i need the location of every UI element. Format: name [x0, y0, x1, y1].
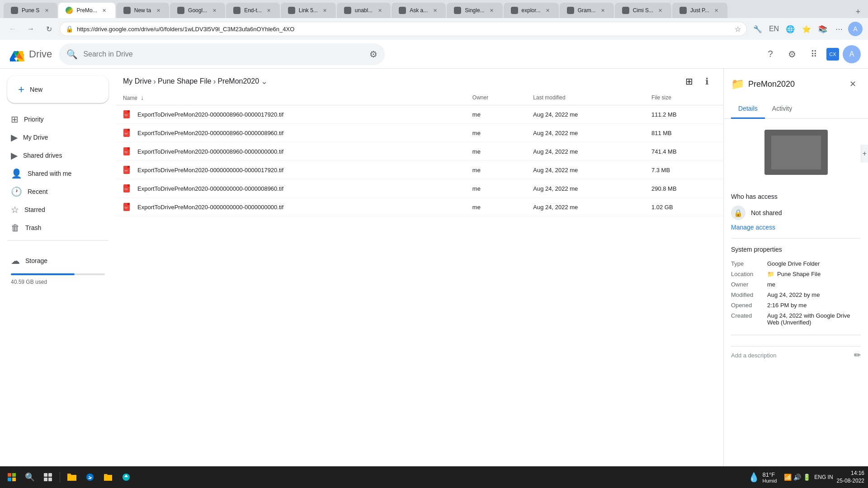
browser-tab-t10[interactable]: explor... ✕	[504, 3, 559, 18]
taskbar-file-explorer[interactable]	[64, 469, 80, 485]
favorites-button[interactable]: 📚	[816, 22, 830, 36]
search-bar[interactable]: 🔍 ⚙	[59, 43, 385, 65]
browser-tab-t7[interactable]: unabl... ✕	[337, 3, 391, 18]
taskbar-language[interactable]: ENG IN	[814, 474, 833, 480]
network-icon[interactable]: 📶	[784, 474, 792, 481]
user-avatar[interactable]: A	[843, 45, 861, 63]
tab-close[interactable]: ✕	[211, 7, 218, 14]
tab-close[interactable]: ✕	[599, 7, 607, 14]
svg-rect-22	[12, 473, 16, 477]
column-file-size[interactable]: File size	[644, 90, 723, 105]
tab-label: Pune S	[22, 7, 39, 14]
table-row[interactable]: TIF ExportToDrivePreMon2020-0000008960-0…	[116, 124, 723, 142]
sidebar-item-starred[interactable]: ☆ Starred	[0, 201, 108, 219]
back-button[interactable]: ←	[5, 22, 20, 36]
sidebar-item-storage[interactable]: ☁ Storage	[11, 252, 105, 270]
taskbar-folder[interactable]	[100, 469, 116, 485]
reload-button[interactable]: ↻	[42, 22, 56, 36]
battery-icon[interactable]: 🔋	[803, 474, 811, 481]
details-close-button[interactable]: ✕	[844, 76, 861, 92]
taskbar-edge[interactable]	[82, 469, 98, 485]
volume-icon[interactable]: 🔊	[793, 474, 801, 481]
start-button[interactable]	[4, 469, 20, 485]
breadcrumb-current: PreMon2020	[217, 77, 259, 85]
browser-profile[interactable]: A	[848, 22, 863, 36]
table-row[interactable]: TIF ExportToDrivePreMon2020-0000000000-0…	[116, 161, 723, 179]
column-name[interactable]: Name ↓	[116, 90, 465, 105]
folder-thumb-image	[764, 130, 828, 175]
tab-close[interactable]: ✕	[431, 7, 439, 14]
taskbar-clock[interactable]: 14:16 25-08-2022	[837, 469, 864, 485]
apps-button[interactable]: ⠿	[805, 45, 823, 63]
sidebar-item-priority[interactable]: ⊞ Priority	[0, 110, 108, 128]
taskbar-task-view[interactable]	[40, 469, 56, 485]
column-owner[interactable]: Owner	[465, 90, 526, 105]
tab-label: Cimi S...	[633, 7, 653, 14]
sidebar-item-my-drive[interactable]: ▶ My Drive	[0, 128, 108, 146]
table-row[interactable]: TIF ExportToDrivePreMon2020-0000008960-0…	[116, 105, 723, 124]
add-button[interactable]: +	[861, 145, 868, 163]
edit-description-button[interactable]: ✏	[854, 350, 861, 360]
breadcrumb-dropdown-icon[interactable]: ⌄	[261, 76, 268, 86]
file-name: ExportToDrivePreMon2020-0000008960-00000…	[137, 111, 283, 118]
tab-close[interactable]: ✕	[657, 7, 664, 14]
tab-activity[interactable]: Activity	[765, 99, 799, 119]
breadcrumb-pune-shape-file[interactable]: Pune Shape File	[158, 77, 211, 85]
star-icon[interactable]: ☆	[735, 25, 741, 33]
forward-button[interactable]: →	[24, 22, 38, 36]
sidebar-divider	[7, 240, 108, 241]
browser-tab-t5[interactable]: End-t... ✕	[226, 3, 280, 18]
tab-details[interactable]: Details	[731, 99, 765, 119]
browser-tab-t2[interactable]: PreMo... ✕	[58, 3, 115, 18]
settings-button[interactable]: ⚙	[783, 45, 801, 63]
taskbar-search-button[interactable]: 🔍	[22, 469, 38, 485]
file-size: 741.4 MB	[644, 142, 723, 161]
browser-tab-t8[interactable]: Ask a... ✕	[392, 3, 446, 18]
sidebar-item-recent[interactable]: 🕐 Recent	[0, 183, 108, 201]
bookmarks-button[interactable]: ⭐	[799, 22, 814, 36]
extensions-button[interactable]: 🔧	[750, 22, 765, 36]
tab-close[interactable]: ✕	[43, 7, 50, 14]
browser-tab-t11[interactable]: Gram... ✕	[560, 3, 614, 18]
tab-close[interactable]: ✕	[321, 7, 329, 14]
column-last-modified[interactable]: Last modified	[526, 90, 644, 105]
browser-tab-t4[interactable]: Googl... ✕	[170, 3, 225, 18]
table-row[interactable]: TIF ExportToDrivePreMon2020-0000000000-0…	[116, 198, 723, 216]
browser-tab-t13[interactable]: Just P... ✕	[672, 3, 727, 18]
browser-tab-t6[interactable]: Link 5... ✕	[281, 3, 336, 18]
tab-close[interactable]: ✕	[544, 7, 552, 14]
sidebar-item-shared-with-me[interactable]: 👤 Shared with me	[0, 164, 108, 183]
tab-close[interactable]: ✕	[713, 7, 720, 14]
table-row[interactable]: TIF ExportToDrivePreMon2020-0000008960-0…	[116, 142, 723, 161]
menu-button[interactable]: ⋯	[832, 22, 846, 36]
taskbar-other-app[interactable]	[118, 469, 134, 485]
grid-view-button[interactable]: ⊞	[680, 72, 698, 90]
new-tab-button[interactable]: +	[852, 5, 864, 18]
property-owner: Owner me	[731, 279, 861, 290]
table-row[interactable]: TIF ExportToDrivePreMon2020-0000000000-0…	[116, 179, 723, 198]
search-input[interactable]	[83, 50, 364, 58]
browser-tab-t1[interactable]: Pune S ✕	[4, 3, 57, 18]
browser-tab-t12[interactable]: Cimi S... ✕	[615, 3, 671, 18]
new-button[interactable]: + New	[7, 76, 108, 103]
drive-logo[interactable]: Drive	[7, 45, 52, 63]
browser-tab-t9[interactable]: Single... ✕	[447, 3, 502, 18]
tab-close[interactable]: ✕	[376, 7, 383, 14]
file-name: ExportToDrivePreMon2020-0000000000-00000…	[137, 185, 283, 192]
breadcrumb-my-drive[interactable]: My Drive	[123, 77, 151, 85]
profiles-button[interactable]: EN	[767, 22, 781, 36]
translate-button[interactable]: 🌐	[783, 22, 797, 36]
svg-rect-23	[8, 478, 11, 481]
info-button[interactable]: ℹ	[698, 72, 716, 90]
tab-close[interactable]: ✕	[101, 7, 108, 14]
manage-access-link[interactable]: Manage access	[731, 224, 861, 231]
tab-close[interactable]: ✕	[488, 7, 495, 14]
tab-close[interactable]: ✕	[155, 7, 162, 14]
address-bar[interactable]: 🔒 https://drive.google.com/drive/u/0/fol…	[60, 22, 747, 36]
sidebar-item-shared-drives[interactable]: ▶ Shared drives	[0, 146, 108, 164]
search-filter-icon[interactable]: ⚙	[369, 49, 377, 60]
help-button[interactable]: ?	[761, 45, 779, 63]
browser-tab-t3[interactable]: New ta ✕	[116, 3, 169, 18]
tab-close[interactable]: ✕	[265, 7, 273, 14]
sidebar-item-trash[interactable]: 🗑 Trash	[0, 219, 108, 237]
